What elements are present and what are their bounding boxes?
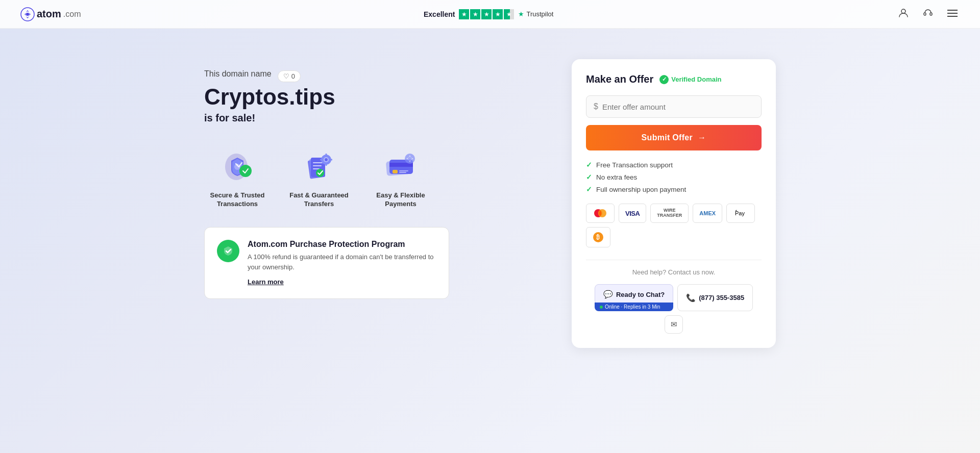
domain-label-text: This domain name: [204, 69, 272, 79]
svg-point-9: [239, 165, 252, 177]
feature-easy: Easy & FlexiblePayments: [368, 144, 434, 209]
check-icon-2: ✓: [586, 173, 592, 181]
svg-rect-23: [330, 159, 332, 161]
arrow-icon: →: [698, 133, 706, 142]
benefit-2: ✓ No extra fees: [586, 173, 762, 181]
visa-payment: VISA: [619, 204, 646, 223]
for-sale-text: is for sale!: [204, 112, 541, 124]
benefit-text-3: Full ownership upon payment: [596, 186, 686, 193]
star-1: ★: [459, 9, 469, 19]
dollar-sign: $: [594, 102, 598, 111]
svg-rect-21: [326, 163, 327, 166]
easy-icon: [380, 144, 421, 185]
check-icon-1: ✓: [586, 161, 592, 169]
chat-icon: 💬: [603, 290, 613, 299]
svg-rect-20: [326, 154, 327, 156]
star-2: ★: [470, 9, 480, 19]
feature-secure: Secure & TrustedTransactions: [204, 144, 271, 209]
offer-amount-input[interactable]: [602, 103, 754, 111]
verified-text: Verified Domain: [671, 76, 721, 83]
logo-text: atom: [37, 8, 61, 20]
help-text: Need help? Contact us now.: [586, 268, 762, 276]
chat-button[interactable]: 💬 Ready to Chat?: [595, 284, 673, 305]
svg-point-1: [26, 13, 29, 16]
benefit-text-2: No extra fees: [596, 173, 637, 181]
online-dot: [600, 306, 603, 309]
logo-com: .com: [63, 10, 81, 19]
trustpilot-star-icon: ★: [518, 10, 524, 18]
domain-label-row: This domain name ♡ 0: [204, 69, 541, 83]
secure-icon: [217, 144, 258, 185]
check-icon-3: ✓: [586, 185, 592, 193]
svg-point-2: [901, 9, 905, 13]
chat-label: Ready to Chat?: [616, 291, 665, 298]
phone-label: (877) 355-3585: [699, 294, 744, 301]
svg-point-24: [316, 169, 324, 177]
trustpilot-name: Trustpilot: [526, 10, 553, 18]
trustpilot-excellent: Excellent: [424, 10, 455, 18]
protection-title: Atom.com Purchase Protection Program: [248, 240, 436, 249]
benefit-1: ✓ Free Transaction support: [586, 161, 762, 169]
svg-rect-28: [393, 170, 398, 173]
online-status: Online · Replies in 3 Min: [595, 303, 673, 311]
menu-icon-button[interactable]: [945, 7, 960, 21]
trustpilot-brand: ★ Trustpilot: [518, 10, 553, 18]
payment-methods: VISA WIRETRANSFER AMEX Pay: [586, 204, 762, 247]
secure-label: Secure & TrustedTransactions: [210, 191, 265, 209]
features-section: Secure & TrustedTransactions: [204, 144, 541, 209]
heart-icon: ♡: [283, 72, 289, 80]
header: atom.com Excellent ★ ★ ★ ★ ★ ★ Trustpilo…: [0, 0, 980, 29]
verified-badge: ✓ Verified Domain: [659, 75, 721, 84]
fast-icon: [299, 144, 339, 185]
bitcoin-payment: ₿: [586, 227, 610, 247]
protection-shield-icon: [217, 240, 239, 262]
star-5-half: ★: [504, 9, 514, 19]
offer-title: Make an Offer: [586, 73, 653, 85]
offer-input-wrapper: $: [586, 95, 762, 118]
like-count: 0: [291, 72, 295, 80]
wire-transfer-payment: WIRETRANSFER: [650, 204, 689, 223]
svg-text:₿: ₿: [596, 234, 600, 241]
feature-fast: Fast & GuaranteedTransfers: [286, 144, 352, 209]
trustpilot-section: Excellent ★ ★ ★ ★ ★ ★ Trustpilot: [424, 9, 553, 19]
email-button[interactable]: ✉: [665, 315, 683, 334]
phone-button[interactable]: 📞 (877) 355-3585: [677, 284, 753, 311]
amex-payment: AMEX: [693, 204, 722, 223]
phone-icon: 📞: [686, 293, 696, 303]
like-button[interactable]: ♡ 0: [278, 70, 301, 82]
online-status-text: Online · Replies in 3 Min: [605, 304, 660, 310]
left-section: This domain name ♡ 0 Cryptos.tips is for…: [204, 59, 541, 299]
submit-offer-button[interactable]: Submit Offer →: [586, 125, 762, 150]
headset-icon-button[interactable]: [921, 6, 935, 22]
benefit-text-1: Free Transaction support: [596, 161, 673, 169]
star-4: ★: [493, 9, 503, 19]
domain-name: Cryptos.tips: [204, 85, 541, 109]
protection-content: Atom.com Purchase Protection Program A 1…: [248, 240, 436, 286]
star-3: ★: [481, 9, 492, 19]
offer-card: Make an Offer ✓ Verified Domain $ Submit…: [572, 59, 776, 348]
protection-box: Atom.com Purchase Protection Program A 1…: [204, 227, 449, 299]
email-icon: ✉: [671, 320, 677, 329]
header-actions: [896, 6, 960, 22]
mastercard-payment: [586, 204, 615, 223]
logo[interactable]: atom.com: [20, 7, 81, 21]
chat-wrapper: 💬 Ready to Chat? Online · Replies in 3 M…: [595, 284, 673, 311]
user-icon-button[interactable]: [896, 6, 911, 22]
benefit-3: ✓ Full ownership upon payment: [586, 185, 762, 193]
divider: [586, 260, 762, 260]
contact-buttons: 💬 Ready to Chat? Online · Replies in 3 M…: [586, 284, 762, 334]
offer-header: Make an Offer ✓ Verified Domain: [586, 73, 762, 85]
svg-point-19: [325, 158, 328, 161]
right-section: Make an Offer ✓ Verified Domain $ Submit…: [572, 59, 776, 348]
svg-rect-3: [924, 13, 926, 15]
svg-rect-22: [320, 159, 323, 161]
learn-more-link[interactable]: Learn more: [248, 278, 284, 286]
apple-pay-payment: Pay: [726, 204, 755, 223]
submit-label: Submit Offer: [642, 133, 693, 142]
fast-label: Fast & GuaranteedTransfers: [289, 191, 349, 209]
benefits-list: ✓ Free Transaction support ✓ No extra fe…: [586, 161, 762, 193]
easy-label: Easy & FlexiblePayments: [376, 191, 425, 209]
atom-logo-icon: [20, 7, 35, 21]
svg-text:Pay: Pay: [735, 210, 745, 216]
star-rating: ★ ★ ★ ★ ★: [459, 9, 514, 19]
